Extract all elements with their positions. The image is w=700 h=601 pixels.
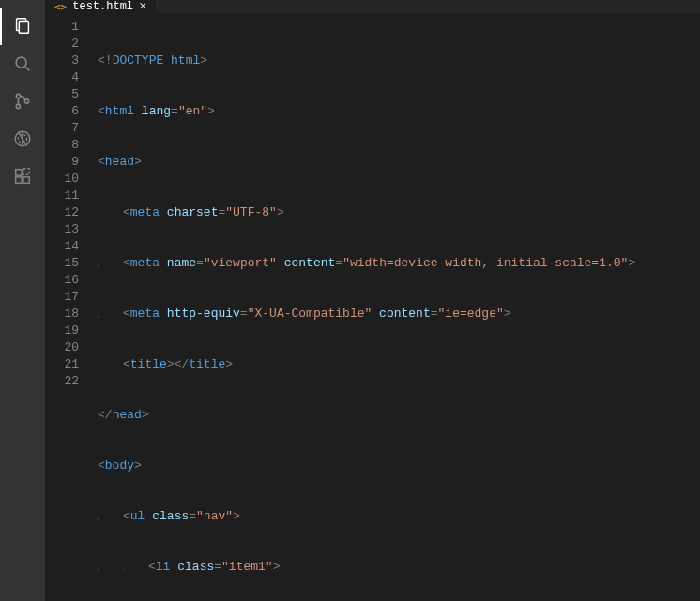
code-editor[interactable]: 1 2 3 4 5 6 7 8 9 10 11 12 13 14 15 16 1…	[45, 13, 700, 601]
close-icon[interactable]: ×	[139, 0, 146, 13]
debug-icon[interactable]	[0, 120, 45, 158]
source-control-icon[interactable]	[0, 83, 45, 120]
line-number: 10	[45, 171, 79, 188]
line-number: 5	[45, 86, 79, 103]
line-number-gutter: 1 2 3 4 5 6 7 8 9 10 11 12 13 14 15 16 1…	[45, 13, 98, 601]
code-line[interactable]: <body>	[98, 458, 700, 474]
svg-rect-1	[19, 22, 28, 34]
svg-rect-13	[23, 177, 29, 183]
extensions-icon[interactable]	[0, 158, 45, 195]
line-number: 14	[45, 238, 79, 255]
line-number: 4	[45, 69, 79, 86]
line-number: 20	[45, 339, 79, 356]
code-line[interactable]: <!DOCTYPE html>	[98, 53, 700, 69]
tab-test-html[interactable]: <> test.html ×	[45, 0, 156, 13]
svg-rect-11	[16, 170, 22, 175]
line-number: 18	[45, 306, 79, 323]
tab-filename: test.html	[72, 0, 133, 13]
html-file-icon: <>	[54, 1, 67, 13]
line-number: 9	[45, 154, 79, 171]
code-line[interactable]: </head>	[98, 407, 700, 424]
svg-rect-12	[16, 177, 22, 183]
line-number: 3	[45, 53, 79, 69]
line-number: 1	[45, 19, 79, 36]
svg-point-4	[16, 94, 20, 98]
line-number: 2	[45, 36, 79, 53]
line-number: 8	[45, 137, 79, 154]
line-number: 19	[45, 323, 79, 339]
svg-line-3	[25, 67, 30, 71]
activity-bar	[0, 0, 45, 601]
explorer-icon[interactable]	[0, 8, 45, 45]
line-number: 13	[45, 221, 79, 238]
code-content[interactable]: <!DOCTYPE html> <html lang="en"> <head> …	[98, 13, 700, 601]
line-number: 21	[45, 356, 79, 373]
svg-point-2	[16, 57, 26, 68]
code-line[interactable]: <meta charset="UTF-8">	[98, 204, 700, 221]
code-line[interactable]: <head>	[98, 154, 700, 171]
line-number: 12	[45, 204, 79, 221]
code-line[interactable]: <html lang="en">	[98, 103, 700, 120]
code-line[interactable]: <li class="item1">	[98, 559, 700, 576]
line-number: 11	[45, 188, 79, 204]
line-number: 7	[45, 120, 79, 137]
code-line[interactable]: <title></title>	[98, 356, 700, 373]
line-number: 15	[45, 255, 79, 272]
search-icon[interactable]	[0, 45, 45, 83]
tab-bar: <> test.html ×	[45, 0, 700, 13]
line-number: 16	[45, 272, 79, 289]
code-line[interactable]: <ul class="nav">	[98, 508, 700, 525]
svg-point-5	[16, 104, 20, 108]
line-number: 6	[45, 103, 79, 120]
code-line[interactable]: <meta http-equiv="X-UA-Compatible" conte…	[98, 306, 700, 323]
code-line[interactable]: <meta name="viewport" content="width=dev…	[98, 255, 700, 272]
svg-rect-14	[23, 169, 29, 174]
editor-group: <> test.html × 1 2 3 4 5 6 7 8 9 10 11 1…	[45, 0, 700, 601]
line-number: 22	[45, 373, 79, 390]
line-number: 17	[45, 289, 79, 306]
